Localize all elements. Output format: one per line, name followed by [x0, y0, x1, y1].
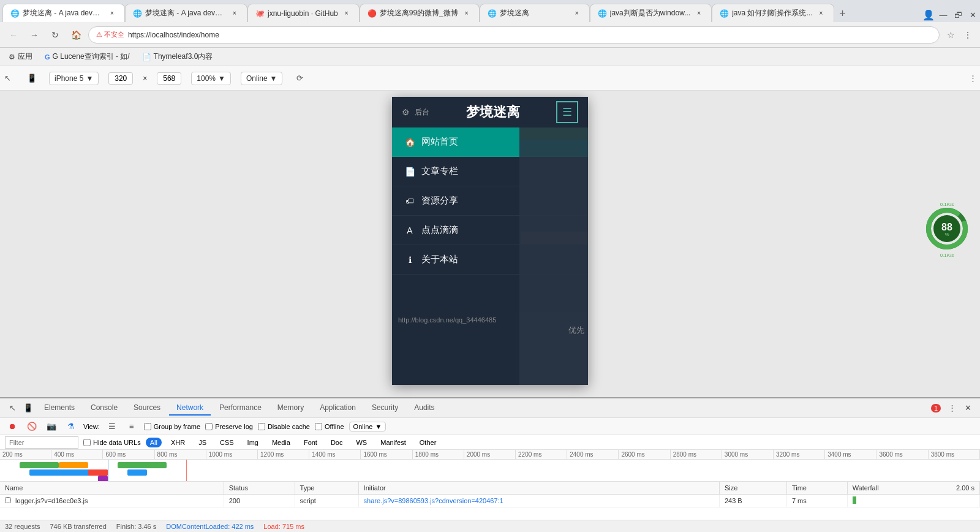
tab-3[interactable]: 🐙 jxnu-liguobin · GitHub ×: [247, 4, 360, 22]
group-by-frame-checkbox[interactable]: Group by frame: [144, 423, 200, 430]
tab-close-3[interactable]: ×: [342, 9, 352, 18]
devtools-inspect-icon[interactable]: ↖: [5, 401, 20, 416]
network-condition-select[interactable]: Online ▼: [241, 72, 283, 85]
new-tab-button[interactable]: +: [834, 5, 851, 22]
zoom-select[interactable]: 100% ▼: [191, 72, 231, 85]
filter-js[interactable]: JS: [194, 438, 211, 447]
filter-other[interactable]: Other: [415, 438, 441, 447]
disable-cache-checkbox[interactable]: Disable cache: [258, 423, 310, 430]
tab-2[interactable]: 🌐 梦境迷离 - A java devel... ×: [125, 4, 247, 22]
tab-security[interactable]: Security: [364, 401, 405, 416]
close-button[interactable]: ✕: [965, 7, 980, 22]
filter-font[interactable]: Font: [300, 438, 322, 447]
offline-input[interactable]: [315, 423, 322, 430]
tab-close-2[interactable]: ×: [230, 9, 239, 18]
tab-network[interactable]: Network: [169, 401, 211, 416]
row-checkbox[interactable]: [5, 497, 11, 503]
preserve-log-checkbox[interactable]: Preserve log: [205, 423, 253, 430]
tab-console[interactable]: Console: [83, 401, 125, 416]
col-status[interactable]: Status: [224, 482, 295, 495]
filter-css[interactable]: CSS: [216, 438, 238, 447]
tab-6[interactable]: 🌐 java判断是否为window... ×: [590, 4, 712, 22]
refresh-button[interactable]: ↻: [47, 26, 64, 44]
cell-waterfall: [847, 495, 979, 507]
address-input[interactable]: ⚠ 不安全 https://localhost/index/home: [88, 26, 940, 44]
filter-doc[interactable]: Doc: [326, 438, 347, 447]
filter-media[interactable]: Media: [268, 438, 295, 447]
network-throttle-chevron: ▼: [375, 423, 382, 430]
col-waterfall[interactable]: Waterfall 2.00 s: [847, 482, 979, 495]
filter-all[interactable]: All: [146, 438, 162, 447]
col-time[interactable]: Time: [786, 482, 847, 495]
tab-7[interactable]: 🌐 java 如何判断操作系统... ×: [712, 4, 834, 22]
filter-icon[interactable]: ⚗: [64, 419, 78, 434]
bookmark-lucene[interactable]: G G Lucene查询索引 - 如/: [41, 50, 134, 63]
height-input[interactable]: [157, 72, 181, 85]
tab-close-6[interactable]: ×: [694, 9, 704, 18]
tab-application[interactable]: Application: [312, 401, 363, 416]
lucene-icon: G: [45, 53, 50, 61]
tab-close-7[interactable]: ×: [816, 9, 826, 18]
table-row[interactable]: logger.js?v=d16ec0e3.js 200 script share…: [0, 495, 980, 507]
view-list-icon[interactable]: ☰: [105, 419, 119, 434]
more-options-icon[interactable]: ⋮: [960, 28, 975, 42]
camera-button[interactable]: 📷: [44, 419, 59, 434]
view-label: View:: [83, 423, 100, 430]
tab-4[interactable]: 🔴 梦境迷离99的微博_微博 ×: [360, 4, 480, 22]
tab-performance[interactable]: Performance: [212, 401, 269, 416]
load-line: [186, 460, 187, 482]
col-initiator[interactable]: Initiator: [358, 482, 719, 495]
tab-sources[interactable]: Sources: [126, 401, 168, 416]
home-button[interactable]: 🏠: [67, 26, 85, 44]
preserve-log-input[interactable]: [205, 423, 213, 430]
minimize-button[interactable]: —: [936, 7, 951, 22]
group-by-frame-input[interactable]: [144, 423, 151, 430]
clear-button[interactable]: 🚫: [24, 419, 39, 434]
more-device-options-icon[interactable]: ⋮: [965, 71, 980, 86]
back-button[interactable]: ←: [5, 26, 22, 44]
disable-cache-input[interactable]: [258, 423, 265, 430]
view-large-icon[interactable]: ≡: [124, 419, 139, 434]
tab-audits[interactable]: Audits: [407, 401, 442, 416]
tab-close-5[interactable]: ×: [572, 9, 582, 18]
hamburger-menu-button[interactable]: ☰: [556, 101, 578, 123]
devtools-device-icon[interactable]: 📱: [21, 401, 36, 416]
tab-5[interactable]: 🌐 梦境迷离 ×: [480, 4, 590, 22]
browser-frame: 🌐 梦境迷离 - A java devel... × 🌐 梦境迷离 - A ja…: [0, 0, 980, 532]
offline-checkbox[interactable]: Offline: [315, 423, 344, 430]
device-label: iPhone 5: [55, 74, 83, 83]
restore-button[interactable]: 🗗: [951, 7, 965, 22]
col-type[interactable]: Type: [295, 482, 358, 495]
tab-close-4[interactable]: ×: [462, 9, 472, 18]
network-throttle-select[interactable]: Online ▼: [349, 422, 386, 431]
width-input[interactable]: [108, 72, 133, 85]
bookmark-thymeleaf[interactable]: 📄 Thymeleaf3.0内容: [138, 50, 217, 63]
rotate-icon[interactable]: ⟳: [292, 71, 307, 86]
filter-xhr[interactable]: XHR: [167, 438, 189, 447]
devtools-close-icon[interactable]: ✕: [960, 401, 975, 416]
hide-data-urls-checkbox[interactable]: Hide data URLs: [83, 439, 141, 446]
col-name[interactable]: Name: [0, 482, 224, 495]
filter-input[interactable]: [5, 436, 78, 449]
devtools-mobile-icon[interactable]: 📱: [24, 71, 39, 86]
forward-button[interactable]: →: [26, 26, 43, 44]
device-select[interactable]: iPhone 5 ▼: [49, 72, 99, 85]
filter-ws[interactable]: WS: [352, 438, 371, 447]
col-size[interactable]: Size: [719, 482, 786, 495]
devtools-more-icon[interactable]: ⋮: [944, 401, 959, 416]
cell-initiator[interactable]: share.js?v=89860593.js?cdnversion=420467…: [358, 495, 719, 507]
bookmark-star-icon[interactable]: ☆: [943, 28, 958, 42]
about-nav-label: 关于本站: [421, 254, 458, 265]
hide-data-urls-input[interactable]: [83, 439, 91, 446]
tab-elements[interactable]: Elements: [37, 401, 82, 416]
profile-icon[interactable]: 👤: [921, 7, 936, 22]
filter-img[interactable]: Img: [243, 438, 263, 447]
filter-manifest[interactable]: Manifest: [376, 438, 410, 447]
tab-1[interactable]: 🌐 梦境迷离 - A java devel... ×: [2, 4, 125, 22]
tab-close-1[interactable]: ×: [107, 9, 117, 18]
app-title: 梦境迷离: [466, 103, 520, 121]
record-button[interactable]: ⏺: [5, 419, 20, 434]
bookmark-apps[interactable]: ⚙ 应用: [5, 50, 36, 63]
devtools-pointer-icon[interactable]: ↖: [0, 71, 15, 86]
tab-memory[interactable]: Memory: [270, 401, 311, 416]
